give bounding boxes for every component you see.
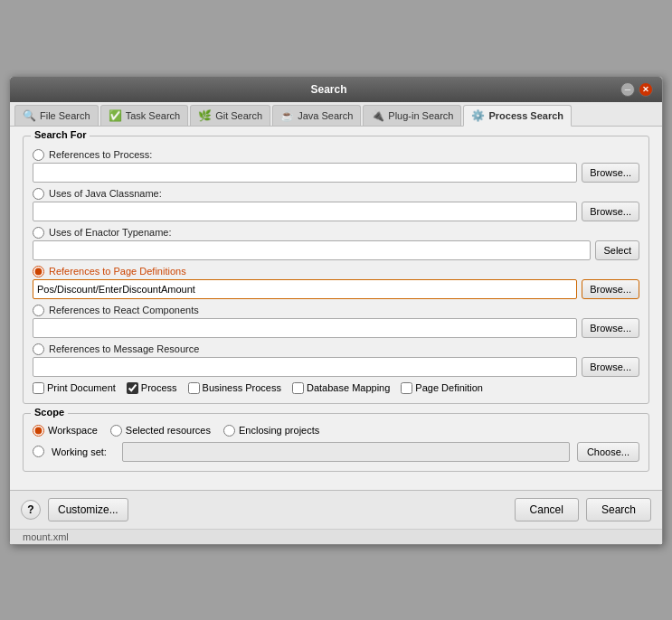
- close-button[interactable]: ✕: [639, 82, 653, 97]
- scope-label: Scope: [31, 407, 68, 418]
- file-search-icon: 🔍: [23, 109, 36, 122]
- ref-process-input-row: Browse...: [33, 163, 639, 183]
- ref-message-input[interactable]: [33, 357, 577, 377]
- title-bar: Search ─ ✕: [10, 77, 662, 102]
- page-definition-checkbox-label: Page Definition: [415, 382, 483, 393]
- help-button[interactable]: ?: [21, 500, 41, 520]
- uses-java-radio[interactable]: [33, 188, 44, 200]
- ref-react-browse-button[interactable]: Browse...: [582, 318, 639, 338]
- database-mapping-checkbox-label: Database Mapping: [307, 382, 390, 393]
- uses-enactor-row: Uses of Enactor Typename:: [33, 227, 639, 239]
- process-checkbox-item: Process: [127, 382, 177, 394]
- ref-process-label: References to Process:: [49, 149, 152, 160]
- ref-process-input[interactable]: [33, 163, 577, 183]
- git-search-icon: 🌿: [198, 109, 212, 122]
- business-process-checkbox-label: Business Process: [203, 382, 281, 393]
- ref-page-def-input[interactable]: [33, 279, 577, 299]
- title-bar-controls: ─ ✕: [620, 82, 653, 97]
- choose-button[interactable]: Choose...: [577, 442, 639, 462]
- java-search-icon: ☕: [280, 109, 294, 122]
- ref-react-row: References to React Components: [33, 305, 639, 316]
- ref-react-input[interactable]: [33, 318, 577, 338]
- tab-task-search[interactable]: ✅ Task Search: [100, 105, 189, 126]
- ref-react-input-row: Browse...: [33, 318, 639, 338]
- taskbar-hint: mount.xml: [10, 529, 662, 544]
- scope-group: Scope Workspace Selected resources Enclo…: [23, 413, 649, 472]
- selected-resources-item: Selected resources: [110, 425, 211, 437]
- tab-plugin-search[interactable]: 🔌 Plug-in Search: [363, 105, 461, 126]
- search-for-label: Search For: [31, 129, 90, 140]
- bottom-bar: ? Customize... Cancel Search: [10, 490, 662, 529]
- uses-enactor-select-button[interactable]: Select: [595, 240, 639, 260]
- selected-resources-label: Selected resources: [126, 425, 211, 436]
- working-set-label: Working set:: [52, 446, 115, 457]
- tab-bar: 🔍 File Search ✅ Task Search 🌿 Git Search…: [10, 102, 662, 127]
- main-content: Search For References to Process: Browse…: [10, 127, 662, 490]
- scope-radio-row: Workspace Selected resources Enclosing p…: [33, 425, 639, 437]
- plugin-search-icon: 🔌: [371, 109, 384, 122]
- database-mapping-checkbox[interactable]: [292, 382, 304, 394]
- cancel-button[interactable]: Cancel: [515, 498, 579, 521]
- uses-java-input-row: Browse...: [33, 202, 639, 221]
- ref-page-def-radio[interactable]: [33, 266, 44, 277]
- tab-java-search[interactable]: ☕ Java Search: [272, 105, 361, 126]
- ref-react-radio[interactable]: [33, 305, 44, 316]
- uses-enactor-label: Uses of Enactor Typename:: [49, 227, 172, 238]
- ref-message-browse-button[interactable]: Browse...: [582, 357, 639, 377]
- print-doc-checkbox-label: Print Document: [47, 382, 116, 393]
- search-for-group: Search For References to Process: Browse…: [23, 136, 649, 404]
- ref-message-row: References to Message Resource: [33, 343, 639, 355]
- process-checkbox-label: Process: [141, 382, 177, 393]
- bottom-right: Cancel Search: [515, 498, 651, 521]
- working-set-input[interactable]: [122, 442, 570, 462]
- tab-file-search[interactable]: 🔍 File Search: [14, 105, 99, 126]
- print-doc-checkbox-item: Print Document: [33, 382, 116, 394]
- ref-process-browse-button[interactable]: Browse...: [582, 163, 639, 183]
- uses-enactor-input[interactable]: [33, 240, 591, 260]
- bottom-left: ? Customize...: [21, 498, 128, 521]
- uses-java-label: Uses of Java Classname:: [49, 188, 162, 199]
- dialog-title: Search: [37, 83, 620, 96]
- ref-message-input-row: Browse...: [33, 357, 639, 377]
- tab-git-search[interactable]: 🌿 Git Search: [190, 105, 270, 126]
- ref-page-def-row: References to Page Definitions: [33, 266, 639, 277]
- working-set-radio[interactable]: [33, 446, 44, 457]
- tab-process-search[interactable]: ⚙️ Process Search: [463, 105, 572, 127]
- uses-enactor-input-row: Select: [33, 240, 639, 260]
- uses-java-row: Uses of Java Classname:: [33, 188, 639, 200]
- search-dialog: Search ─ ✕ 🔍 File Search ✅ Task Search 🌿…: [9, 76, 663, 545]
- workspace-label: Workspace: [48, 425, 98, 436]
- workspace-scope-item: Workspace: [33, 425, 98, 437]
- process-search-icon: ⚙️: [471, 109, 485, 122]
- minimize-button[interactable]: ─: [620, 82, 635, 97]
- ref-page-def-browse-button[interactable]: Browse...: [582, 279, 639, 299]
- enclosing-projects-item: Enclosing projects: [223, 425, 319, 437]
- ref-page-def-label: References to Page Definitions: [49, 266, 186, 277]
- ref-process-radio[interactable]: [33, 149, 44, 161]
- ref-message-radio[interactable]: [33, 343, 44, 355]
- uses-enactor-radio[interactable]: [33, 227, 44, 239]
- customize-button[interactable]: Customize...: [48, 498, 128, 521]
- search-button[interactable]: Search: [586, 498, 651, 521]
- page-definition-checkbox-item: Page Definition: [401, 382, 483, 394]
- enclosing-projects-radio[interactable]: [223, 425, 235, 437]
- business-process-checkbox-item: Business Process: [188, 382, 281, 394]
- ref-page-def-input-row: Browse...: [33, 279, 639, 299]
- business-process-checkbox[interactable]: [188, 382, 200, 394]
- database-mapping-checkbox-item: Database Mapping: [292, 382, 390, 394]
- page-definition-checkbox[interactable]: [401, 382, 412, 394]
- uses-java-browse-button[interactable]: Browse...: [582, 202, 639, 221]
- enclosing-projects-label: Enclosing projects: [239, 425, 319, 436]
- uses-java-input[interactable]: [33, 202, 577, 221]
- ref-react-label: References to React Components: [49, 305, 199, 315]
- ref-message-label: References to Message Resource: [49, 343, 199, 354]
- process-checkbox[interactable]: [127, 382, 138, 394]
- working-set-row: Working set: Choose...: [33, 442, 639, 462]
- print-doc-checkbox[interactable]: [33, 382, 44, 394]
- task-search-icon: ✅: [109, 109, 122, 122]
- workspace-radio[interactable]: [33, 425, 44, 437]
- selected-resources-radio[interactable]: [110, 425, 122, 437]
- ref-process-row: References to Process:: [33, 149, 639, 161]
- search-checkboxes: Print Document Process Business Process …: [33, 382, 639, 394]
